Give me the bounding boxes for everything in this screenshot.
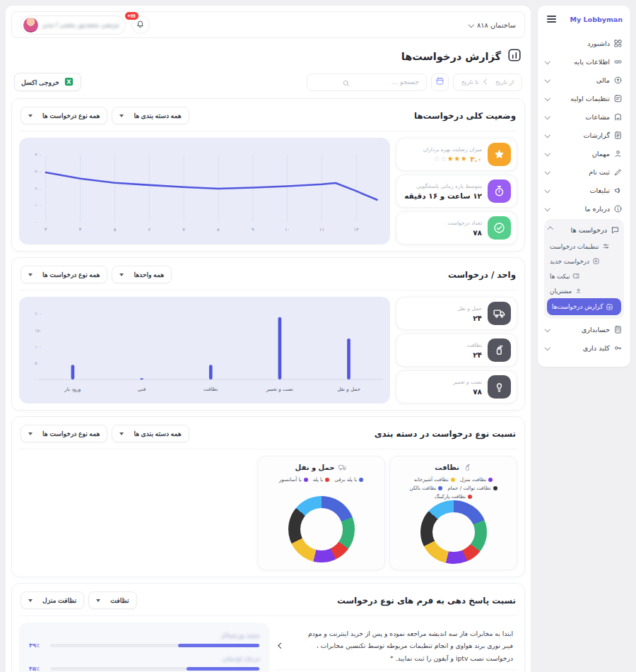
filter-dropdown-group: همه واحدهاهمه نوع درخواست ها [20, 266, 172, 283]
sidebar-item-guest[interactable]: مهمان [544, 144, 624, 163]
legend-label: با پله [313, 476, 324, 483]
filter-dropdown[interactable]: همه نوع درخواست ها [20, 107, 107, 124]
donut-title: نظافت [435, 463, 471, 472]
user-menu[interactable]: مرتضی محمدپور بخشی / مدیر [20, 16, 126, 35]
donut-card-cleaning: نظافتنظافت منزلنظافت آشپزخانهنظافت توالت… [389, 456, 517, 570]
dropdown-label: همه نوع درخواست ها [42, 430, 100, 437]
sidebar-subitem-requests-report[interactable]: گزارش درخواست‌ها [547, 298, 621, 315]
dropdown-label: همه دسته بندی ها [134, 112, 181, 119]
filter-dropdown[interactable]: نظافت منزل [20, 591, 84, 609]
sidebar-item-key-keeping[interactable]: کلید داری [544, 338, 624, 357]
stat-card: نصب و تعمیر۷۸ [396, 370, 517, 403]
sidebar-nav: داشبورداطلاعات پایهمالیتنظیمات اولیهمشاع… [544, 34, 624, 357]
section-overall-status: وضعیت کلی درخواست‌ها همه دسته بندی هاهمه… [11, 98, 525, 252]
sidebar-item-about-us[interactable]: درباره ما [544, 199, 624, 218]
stat-label: نظافت [467, 342, 482, 348]
menu-toggle-icon[interactable] [546, 14, 558, 24]
date-range-filter[interactable]: از تاریخ تا تاریخ [453, 73, 522, 91]
sidebar-subitem-new-request[interactable]: درخواست جدید [547, 254, 621, 269]
legend-dot [438, 486, 442, 490]
dropdown-label: نظافت منزل [42, 596, 76, 604]
sidebar-subitem-customers[interactable]: مشتریان [547, 283, 621, 298]
svg-text:نصب و تعمیر: نصب و تعمیر [266, 386, 293, 392]
faq-item[interactable]: ابتدا به مخابرات فاز سه اندیشه مراجعه نم… [275, 623, 517, 670]
request-settings-icon [602, 242, 610, 250]
sidebar-subitem-request-settings[interactable]: تنظیمات درخواست [547, 239, 621, 254]
sidebar-item-requests[interactable]: درخواست ها [547, 220, 621, 239]
filter-dropdown[interactable]: همه نوع درخواست ها [20, 425, 107, 442]
sidebar-item-common-areas[interactable]: مشاعات [544, 107, 624, 126]
stat-label: نصب و تعمیر [453, 379, 482, 385]
stat-text: حمل و نقل۲۴ [457, 305, 482, 322]
spray-icon [493, 343, 506, 357]
filter-dropdown[interactable]: نظافت [88, 591, 136, 609]
excel-export-button[interactable]: خروجی اکسل [14, 73, 81, 91]
svg-text:۳۰۰: ۳۰۰ [35, 169, 42, 174]
svg-text:۱۰۰: ۱۰۰ [35, 202, 42, 207]
sidebar-item-finance[interactable]: مالی [544, 71, 624, 89]
basic-info-icon [613, 57, 623, 66]
sidebar-item-ads[interactable]: تبلیغات [544, 181, 624, 199]
stat-text: نصب و تعمیر۷۸ [453, 379, 482, 396]
user-name: مرتضی محمدپور بخشی / مدیر [42, 21, 119, 28]
horizontal-bar-chart: محمد پورعساکر۳۹٪مرجان اودسانی۳۵٪مهسا اود… [19, 623, 269, 672]
filter-dropdown[interactable]: همه واحدها [112, 266, 172, 283]
legend-label: نظافت منزل [460, 476, 487, 483]
notifications-button[interactable]: +99 [131, 16, 150, 34]
caret-down-icon [96, 599, 100, 602]
hbar-value: ۳۵٪ [29, 665, 45, 672]
section-body: ابتدا به مخابرات فاز سه اندیشه مراجعه نم… [19, 623, 517, 672]
filter-dropdown[interactable]: همه دسته بندی ها [112, 107, 189, 124]
sidebar-item-label: ثبت نام [589, 168, 610, 176]
building-selector[interactable]: ساختمان ۸۱۸ [469, 21, 516, 29]
sidebar-item-initial-settings[interactable]: تنظیمات اولیه [544, 89, 624, 107]
svg-text:۹: ۹ [252, 227, 254, 232]
sidebar: My Lobbyman داشبورداطلاعات پایهمالیتنظیم… [538, 6, 630, 367]
section-title: نسبت نوع درخواست در دسته بندی [375, 429, 516, 439]
legend-label: نظافت توالت / حمام [447, 485, 490, 491]
chevron-down-icon [545, 206, 550, 211]
sidebar-subitem-tickets[interactable]: تیکت ها [547, 269, 621, 283]
initial-settings-icon [613, 94, 623, 103]
svg-text:۵: ۵ [114, 227, 117, 232]
chevron-down-icon [545, 187, 550, 193]
calendar-button[interactable] [431, 73, 449, 91]
filter-dropdown[interactable]: همه نوع درخواست ها [20, 266, 107, 283]
stat-card: متوسط بازه زمانی پاسخگویی۱۲ ساعت و ۱۶ دق… [396, 175, 517, 208]
requests-icon [611, 225, 620, 235]
filter-dropdown[interactable]: همه دسته بندی ها [112, 425, 189, 442]
building-label: ساختمان ۸۱۸ [477, 21, 516, 29]
stat-label: متوسط بازه زمانی پاسخگویی [404, 183, 482, 189]
legend-dot [359, 478, 363, 482]
legend-item: نظافت پارکینگ [435, 493, 472, 500]
chevron-down-icon [545, 95, 550, 101]
search-input[interactable] [307, 73, 427, 91]
sidebar-item-basic-info[interactable]: اطلاعات پایه [544, 52, 624, 71]
donut-charts-row: نظافتنظافت منزلنظافت آشپزخانهنظافت توالت… [19, 456, 517, 570]
chevron-down-icon [545, 77, 550, 83]
sidebar-item-dashboard[interactable]: داشبورد [544, 34, 624, 52]
notification-badge: +99 [124, 11, 139, 20]
chevron-down-icon [545, 132, 550, 138]
caret-down-icon [28, 599, 33, 602]
section-title: واحد / درخواست [448, 270, 516, 280]
stat-value: ۲۴ [467, 350, 482, 359]
stat-icon-badge [488, 143, 511, 166]
topbar: ساختمان ۸۱۸ +99 مرتضی محمدپور بخشی / مدی… [11, 11, 525, 38]
sidebar-item-reports[interactable]: گزارشات [544, 126, 624, 144]
legend-dot [488, 478, 493, 482]
sidebar-item-accounting[interactable]: حسابداری [544, 320, 624, 338]
donut-chart [420, 500, 487, 564]
donut-title: حمل و نقل [295, 463, 348, 472]
search-box [307, 73, 427, 91]
dashboard-icon [613, 39, 623, 48]
donut-title-label: حمل و نقل [295, 464, 335, 471]
stat-value: ۷۸ [447, 228, 482, 237]
sidebar-item-label: تنظیمات اولیه [570, 95, 610, 102]
sidebar-item-registration[interactable]: ثبت نام [544, 163, 624, 181]
registration-icon [613, 167, 623, 177]
svg-text:ورود بار: ورود بار [64, 386, 81, 392]
page-title-row: گزارش درخواست‌ها [11, 38, 525, 71]
faq-text: ابتدا به مخابرات فاز سه اندیشه مراجعه نم… [296, 627, 514, 664]
chevron-down-icon [545, 59, 550, 64]
